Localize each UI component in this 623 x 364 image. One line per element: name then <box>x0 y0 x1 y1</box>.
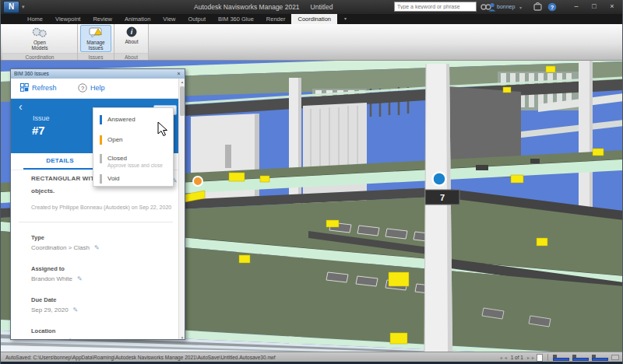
group-coordination: Open Models Coordination <box>2 24 78 60</box>
disk-progress-indicator <box>572 355 590 361</box>
help-button[interactable]: ? Help <box>78 83 105 93</box>
group-label-coordination: Coordination <box>2 53 77 60</box>
edit-location-icon[interactable]: ✎ <box>69 338 74 340</box>
refresh-button[interactable]: Refresh <box>20 83 57 92</box>
open-models-label-2: Models <box>32 45 48 51</box>
closed-sublabel: Approve issue and close <box>107 163 163 168</box>
issues-bubble-icon <box>89 27 103 38</box>
mouse-cursor <box>157 121 169 137</box>
field-due-date: Due Date Sep 29, 2020✎ <box>31 296 171 313</box>
field-location-label: Location <box>31 327 171 334</box>
signed-in-user[interactable]: bonnep <box>497 0 515 14</box>
user-icon[interactable] <box>488 2 496 12</box>
field-type: Type Coordination > Clash✎ <box>31 234 171 251</box>
tab-output[interactable]: Output <box>181 14 212 24</box>
panel-close-icon[interactable]: × <box>174 69 183 78</box>
sheet-browser-icon[interactable] <box>537 354 543 362</box>
ribbon-panel: Open Models Coordination Manage Issues I… <box>1 24 623 61</box>
issue-pin-orange[interactable] <box>193 177 202 186</box>
last-sheet-icon[interactable]: ▸ <box>532 355 534 360</box>
ribbon-tab-bar: Home Viewpoint Review Animation View Out… <box>1 14 623 24</box>
field-location-value: Unspecified <box>31 338 64 340</box>
next-sheet-icon[interactable]: ▸ <box>527 355 530 360</box>
panel-toolbar: Refresh ? Help <box>11 79 180 99</box>
help-icon[interactable]: ? <box>547 2 557 12</box>
created-by-line: Created by Philippe Bonneau (Autodesk) o… <box>31 205 175 210</box>
app-store-icon[interactable] <box>533 2 542 11</box>
application-window: N ▾ Autodesk Navisworks Manage 2021Untit… <box>0 0 623 364</box>
issue-number: #7 <box>32 124 45 137</box>
tab-animation[interactable]: Animation <box>118 14 157 24</box>
tab-view[interactable]: View <box>157 14 181 24</box>
edit-assigned-icon[interactable]: ✎ <box>77 275 83 282</box>
field-location: Location Unspecified✎ <box>31 327 171 340</box>
group-label-issues: Issues <box>78 53 114 60</box>
info-icon: i <box>126 26 137 37</box>
app-menu-button[interactable]: N <box>3 1 19 13</box>
edit-due-icon[interactable]: ✎ <box>73 306 79 313</box>
tab-coordination[interactable]: Coordination <box>291 14 337 24</box>
scrollbar-thumb[interactable] <box>180 86 185 116</box>
field-type-label: Type <box>31 234 171 241</box>
open-bar-icon <box>100 135 102 145</box>
ribbon-display-toggle-icon[interactable]: ▾ <box>340 14 350 24</box>
tab-bim360glue[interactable]: BIM 360 Glue <box>212 14 260 24</box>
gears-icon <box>31 26 48 38</box>
panel-scrollbar[interactable]: ▴ ▾ <box>178 79 185 340</box>
app-title-text: Autodesk Navisworks Manage 2021 <box>194 3 300 11</box>
field-due-value: Sep 29, 2020 <box>31 306 69 313</box>
sheet-count: 1 of 1 <box>511 355 523 360</box>
field-assigned-label: Assigned to <box>31 265 171 272</box>
svg-text:?: ? <box>81 85 84 92</box>
help-label: Help <box>90 84 105 92</box>
status-option-void[interactable]: Void <box>93 172 173 186</box>
open-models-button[interactable]: Open Models <box>18 25 62 51</box>
search-input[interactable] <box>394 2 477 12</box>
edit-type-icon[interactable]: ✎ <box>94 244 100 251</box>
issue-label: Issue <box>33 114 50 122</box>
app-menu-caret-icon[interactable]: ▾ <box>22 4 25 10</box>
group-about: i About About <box>114 24 149 60</box>
divider <box>19 222 173 222</box>
tab-details[interactable]: DETAILS <box>23 153 97 170</box>
panel-title-bar[interactable]: BIM 360 Issues <box>11 69 185 79</box>
refresh-grid-icon <box>20 83 29 92</box>
group-label-about: About <box>114 53 148 60</box>
prev-sheet-icon[interactable]: ◂ <box>505 355 507 360</box>
close-button[interactable]: × <box>604 0 621 13</box>
field-assigned-to: Assigned to Brandon White✎ <box>31 265 171 282</box>
restore-button[interactable]: □ <box>586 0 603 13</box>
minimize-button[interactable]: – <box>568 0 585 13</box>
tab-render[interactable]: Render <box>260 14 292 24</box>
pin-label-text: 7 <box>440 193 445 202</box>
issue-pin-blue[interactable] <box>433 173 446 186</box>
status-bar: AutoSaved: C:\Users\bonnep\AppData\Roami… <box>1 352 623 362</box>
divider <box>547 354 548 361</box>
open-label: Open <box>107 136 123 143</box>
manage-issues-label-1: Manage <box>86 40 105 45</box>
help-circle-icon: ? <box>78 83 87 93</box>
field-type-value: Coordination > Clash <box>31 244 90 251</box>
issue-description-line2: objects. <box>31 187 55 194</box>
tab-home[interactable]: Home <box>21 14 49 24</box>
first-sheet-icon[interactable]: ◂ <box>500 355 502 360</box>
refresh-label: Refresh <box>32 84 57 92</box>
manage-issues-label-2: Issues <box>89 45 104 51</box>
void-bar-icon <box>100 174 102 184</box>
user-menu-caret-icon[interactable]: ▾ <box>519 5 522 10</box>
issue-pin-label: 7 <box>425 190 459 205</box>
center-column <box>424 64 452 352</box>
manage-issues-button[interactable]: Manage Issues <box>80 25 111 52</box>
answered-label: Answered <box>107 116 136 123</box>
issue-status-menu: Answered Open Closed Approve issue and c… <box>93 107 174 187</box>
memory-indicator <box>611 355 619 360</box>
document-title-text: Untitled <box>311 3 333 11</box>
title-bar: N ▾ Autodesk Navisworks Manage 2021Untit… <box>1 0 623 14</box>
void-label: Void <box>107 175 120 182</box>
tab-review[interactable]: Review <box>86 14 118 24</box>
about-button[interactable]: i About <box>119 25 144 44</box>
scroll-down-icon[interactable]: ▾ <box>179 335 185 340</box>
scroll-up-icon[interactable]: ▴ <box>179 79 185 84</box>
back-icon[interactable]: ‹ <box>19 100 23 113</box>
tab-viewpoint[interactable]: Viewpoint <box>49 14 86 24</box>
